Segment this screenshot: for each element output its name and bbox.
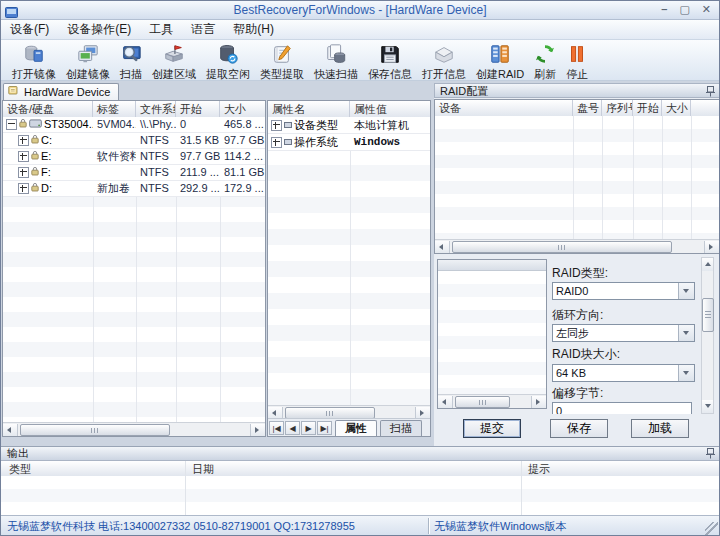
toolbar-button-quick-scan[interactable]: 快速扫描	[309, 42, 363, 83]
table-row[interactable]: ST35004... 5VM04... \\.\Phy... 0 465.8 .…	[3, 117, 265, 133]
menu-device[interactable]: 设备(F)	[1, 21, 58, 38]
scroll-right-icon[interactable]	[250, 424, 265, 436]
menu-help[interactable]: 帮助(H)	[224, 21, 283, 38]
toolbar-button-extract-free[interactable]: 提取空闲	[201, 42, 255, 83]
load-button[interactable]: 加载	[631, 419, 689, 438]
column-header[interactable]: 属性名	[268, 101, 350, 117]
column-header[interactable]: 属性值	[350, 101, 430, 117]
expand-icon[interactable]	[18, 151, 29, 162]
expand-icon[interactable]	[18, 135, 29, 146]
expand-icon[interactable]	[18, 183, 29, 194]
menu-tools[interactable]: 工具	[140, 21, 182, 38]
table-row[interactable]: D: 新加卷 NTFS 292.9 ... 172.9 ...	[3, 181, 265, 197]
table-row[interactable]: E: 软件资料 NTFS 97.7 GB 114.2 ...	[3, 149, 265, 165]
column-header[interactable]: 设备	[435, 100, 573, 116]
scroll-right-icon[interactable]	[415, 407, 430, 419]
column-header[interactable]: 设备/硬盘	[3, 101, 93, 117]
scroll-left-icon[interactable]	[268, 407, 283, 419]
scroll-left-icon[interactable]	[438, 396, 453, 408]
column-header[interactable]: 标签	[93, 101, 136, 117]
column-header[interactable]: 日期	[192, 462, 214, 477]
raid-form-vscrollbar[interactable]	[701, 257, 714, 414]
tab-hardware-device[interactable]: HardWare Device	[3, 83, 119, 100]
chevron-down-icon[interactable]	[678, 283, 694, 299]
toolbar-button-save-info[interactable]: 保存信息	[363, 42, 417, 83]
rotation-direction-select[interactable]: 左同步	[552, 324, 695, 342]
tab-properties[interactable]: 属性	[335, 420, 377, 436]
scroll-left-icon[interactable]	[3, 424, 18, 436]
close-button[interactable]: ✕	[702, 3, 711, 16]
offset-input[interactable]: 0	[552, 402, 692, 414]
toolbar-button-open-info[interactable]: 打开信息	[417, 42, 471, 83]
expand-icon[interactable]	[271, 120, 282, 131]
table-row[interactable]: C: NTFS 31.5 KB 97.7 GB	[3, 133, 265, 149]
minimize-button[interactable]: –	[661, 3, 667, 16]
raid-list-hscrollbar[interactable]	[438, 394, 546, 408]
column-header[interactable]: 大小	[220, 101, 265, 117]
table-row[interactable]: F: NTFS 211.9 ... 81.1 GB	[3, 165, 265, 181]
output-panel: 输出 类型 日期 提示	[1, 446, 719, 516]
toolbar-button-type-extract[interactable]: 类型提取	[255, 42, 309, 83]
toolbar-button-create-region[interactable]: 创建区域	[147, 42, 201, 83]
collapse-icon[interactable]	[6, 119, 17, 130]
tab-nav-first-icon[interactable]: |◀	[269, 421, 284, 435]
pin-icon[interactable]	[706, 448, 715, 462]
column-header[interactable]: 文件系统	[136, 101, 176, 117]
maximize-button[interactable]: ▢	[679, 3, 689, 16]
scroll-thumb[interactable]	[285, 407, 375, 419]
tab-nav-prev-icon[interactable]: ◀	[285, 421, 300, 435]
property-tabstrip: |◀ ◀ ▶ ▶| 属性 扫描	[268, 418, 430, 436]
raid-table-hscrollbar[interactable]	[435, 239, 719, 253]
tab-scan[interactable]: 扫描	[380, 420, 422, 436]
scroll-thumb[interactable]	[455, 396, 510, 408]
column-header[interactable]: 序列号	[602, 100, 633, 116]
status-bar: 无锡蓝梦软件科技 电话:13400027332 0510-82719001 QQ…	[1, 515, 719, 536]
raid-buttons: 提交 保存 加载	[434, 419, 720, 439]
status-version-info: 无锡蓝梦软件Windows版本	[434, 519, 567, 534]
toolbar-button-stop[interactable]: 停止	[561, 42, 593, 83]
column-header[interactable]: 开始	[176, 101, 220, 117]
pin-icon[interactable]	[706, 86, 715, 100]
expand-icon[interactable]	[18, 167, 29, 178]
tab-nav-last-icon[interactable]: ▶|	[317, 421, 332, 435]
scroll-down-icon[interactable]	[702, 400, 713, 413]
raid-block-size-select[interactable]: 64 KB	[552, 364, 695, 382]
scroll-up-icon[interactable]	[702, 258, 713, 271]
column-header[interactable]: 开始	[633, 100, 662, 116]
create-region-icon	[163, 43, 185, 67]
resize-grip[interactable]	[705, 522, 718, 535]
property-hscrollbar[interactable]	[268, 405, 430, 419]
column-header[interactable]: 大小	[662, 100, 691, 116]
toolbar-button-open-image[interactable]: 打开镜像	[7, 42, 61, 83]
column-header[interactable]: 类型	[9, 462, 31, 477]
toolbar-button-create-raid[interactable]: 创建RAID	[471, 42, 529, 83]
save-button[interactable]: 保存	[550, 419, 608, 438]
property-icon	[284, 117, 292, 133]
property-row[interactable]: 操作系统 Windows	[268, 134, 430, 151]
toolbar-button-create-image[interactable]: 创建镜像	[61, 42, 115, 83]
grid-line	[521, 461, 522, 516]
grid-line	[691, 116, 692, 240]
chevron-down-icon[interactable]	[678, 325, 694, 341]
scroll-right-icon[interactable]	[531, 396, 546, 408]
column-header[interactable]: 盘号	[573, 100, 602, 116]
scroll-thumb[interactable]	[702, 298, 714, 332]
quick-scan-icon	[325, 43, 347, 67]
toolbar-button-refresh[interactable]: 刷新	[529, 42, 561, 83]
tab-nav-next-icon[interactable]: ▶	[301, 421, 316, 435]
menu-device-ops[interactable]: 设备操作(E)	[58, 21, 140, 38]
scroll-thumb[interactable]	[20, 424, 170, 436]
menu-language[interactable]: 语言	[182, 21, 224, 38]
column-header[interactable]: 提示	[528, 462, 550, 477]
expand-icon[interactable]	[271, 137, 282, 148]
raid-member-list[interactable]	[437, 259, 547, 409]
raid-type-select[interactable]: RAID0	[552, 282, 695, 300]
submit-button[interactable]: 提交	[463, 419, 521, 438]
device-table-hscrollbar[interactable]	[3, 422, 265, 436]
scroll-right-icon[interactable]	[704, 241, 719, 253]
scroll-left-icon[interactable]	[435, 241, 450, 253]
toolbar-button-scan[interactable]: 扫描	[115, 42, 147, 83]
scroll-thumb[interactable]	[452, 241, 672, 253]
property-row[interactable]: 设备类型 本地计算机	[268, 117, 430, 134]
chevron-down-icon[interactable]	[678, 365, 694, 381]
